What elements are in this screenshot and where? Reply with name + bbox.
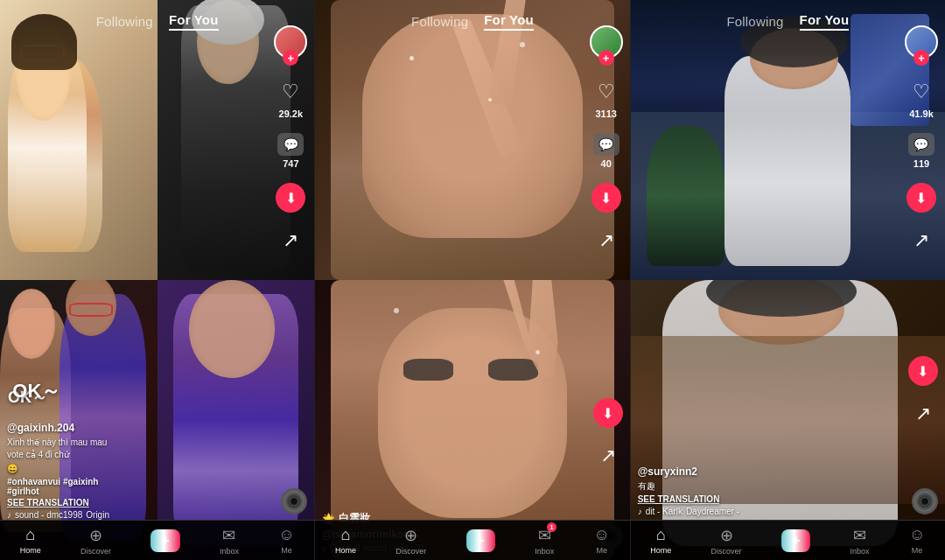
- comment-icon-top-right: 💬: [277, 133, 304, 156]
- ok-text-overlay: OK～: [12, 378, 60, 404]
- download-icon-mid-bot: ⬇: [593, 398, 623, 428]
- add-btn-left[interactable]: +: [150, 529, 179, 552]
- me-icon-mid: ☺: [594, 526, 610, 544]
- video-cell-top-left[interactable]: [0, 0, 158, 280]
- video-cell-mid-top[interactable]: + ♡ 3113 💬 40 ⬇ ↗: [315, 0, 629, 280]
- inbox-wrap-mid: ✉ 1: [538, 526, 551, 545]
- download-btn-right-top[interactable]: ⬇: [906, 183, 936, 213]
- caption-bot-left: Xinh thế này thì mau mau vote cả 4 đi ch…: [7, 437, 114, 461]
- home-icon-left: ⌂: [25, 526, 35, 544]
- sound-info-right-bot: ♪ dit - Karlk Daydreamer -: [638, 507, 901, 516]
- action-buttons-right-top: + ♡ 41.9k 💬 119 ⬇ ↗: [905, 25, 938, 255]
- discover-icon-left: ⊕: [89, 526, 102, 545]
- share-btn-right-top[interactable]: ↗: [907, 227, 935, 255]
- me-icon-right: ☺: [909, 526, 925, 544]
- add-btn-mid[interactable]: +: [466, 529, 495, 552]
- bottom-info-right-bot: @suryxinn2 有趣 SEE TRANSLATION ♪ dit - Ka…: [638, 466, 901, 516]
- share-icon-right-bot: ↗: [909, 400, 937, 428]
- plus-icon-right: +: [792, 533, 800, 549]
- tree-right-1: [647, 126, 725, 266]
- tab-foryou-mid[interactable]: For You: [484, 12, 534, 31]
- nav-inbox-right[interactable]: ✉ Inbox: [850, 526, 870, 556]
- share-btn-top-right[interactable]: ⬇: [276, 183, 305, 213]
- tab-following-left[interactable]: Following: [96, 14, 153, 29]
- me-icon-left: ☺: [278, 526, 294, 544]
- video-cell-bot-right[interactable]: [158, 280, 315, 560]
- share-btn-mid-top[interactable]: ↗: [592, 227, 620, 255]
- download-btn-right-bot[interactable]: ⬇: [908, 356, 938, 386]
- video-cell-right-bot[interactable]: @suryxinn2 有趣 SEE TRANSLATION ♪ dit - Ka…: [631, 280, 945, 560]
- nav-me-mid[interactable]: ☺ Me: [594, 526, 610, 555]
- heart-icon-mid-top: ♡: [592, 78, 620, 106]
- bottom-info-bot-left: @gaixinh.204 Xinh thế này thì mau mau vo…: [7, 422, 114, 520]
- nav-home-left[interactable]: ⌂ Home: [20, 526, 41, 555]
- comment-count-top-right: 747: [283, 158, 298, 169]
- tab-foryou-right[interactable]: For You: [800, 12, 850, 31]
- comment-btn-right-top[interactable]: 💬 119: [908, 133, 934, 169]
- nav-me-label-left: Me: [281, 546, 292, 555]
- eye-right-mid: [488, 359, 538, 382]
- top-nav-right: Following For You: [631, 0, 945, 38]
- download-icon-top-right: ⬇: [276, 183, 305, 213]
- share-btn-right-bot[interactable]: ↗: [909, 400, 937, 428]
- music-disc-inner-right: [920, 497, 929, 506]
- follow-btn-right-top[interactable]: +: [914, 50, 929, 66]
- nav-home-label-mid: Home: [335, 546, 356, 555]
- top-nav-mid: Following For You: [315, 0, 629, 38]
- nav-add-right[interactable]: +: [781, 529, 810, 552]
- video-cell-mid-bot[interactable]: 🌟 白雲妝 @nakamorimikoto ♪ Original sound -…: [315, 280, 629, 560]
- inbox-badge-mid: 1: [547, 522, 556, 532]
- tab-following-mid[interactable]: Following: [411, 14, 468, 29]
- follow-btn-mid-top[interactable]: +: [598, 50, 614, 66]
- nav-discover-left[interactable]: ⊕ Discover: [80, 526, 111, 556]
- sparkle-dot-3: [520, 42, 525, 47]
- like-btn-top-right[interactable]: ♡ 29.2k: [276, 78, 304, 119]
- see-translation-right-bot[interactable]: SEE TRANSLATION: [638, 494, 901, 504]
- comment-btn-mid-top[interactable]: 💬 40: [593, 133, 620, 169]
- caption-right-bot: 有趣: [638, 480, 901, 493]
- nav-home-label-left: Home: [20, 546, 41, 555]
- nav-discover-mid[interactable]: ⊕ Discover: [396, 526, 426, 556]
- nav-home-mid[interactable]: ⌂ Home: [335, 526, 356, 555]
- video-grid-right: + ♡ 41.9k 💬 119 ⬇ ↗: [631, 0, 945, 560]
- nav-discover-right[interactable]: ⊕ Discover: [711, 526, 742, 556]
- heart-icon-right-top: ♡: [907, 78, 935, 106]
- music-disc-right-bot: [912, 488, 938, 514]
- music-disc-bot-right: [281, 488, 307, 514]
- music-disc-inner: [290, 497, 298, 506]
- like-btn-mid-top[interactable]: ♡ 3113: [592, 78, 620, 119]
- nav-add-mid[interactable]: +: [466, 529, 495, 552]
- nav-home-right[interactable]: ⌂ Home: [650, 526, 671, 555]
- download-btn-mid-top[interactable]: ⬇: [592, 183, 621, 213]
- nav-add-left[interactable]: +: [150, 529, 179, 552]
- like-count-mid-top: 3113: [595, 108, 616, 119]
- bottom-nav-right: ⌂ Home ⊕ Discover + ✉ Inbox ☺ Me: [631, 520, 945, 560]
- tab-following-right[interactable]: Following: [726, 14, 783, 29]
- bottom-nav-left: ⌂ Home ⊕ Discover + ✉ Inbox ☺ Me: [0, 520, 314, 560]
- share-icon-mid-top: ↗: [592, 227, 620, 255]
- discover-icon-right: ⊕: [720, 526, 733, 545]
- nav-inbox-mid[interactable]: ✉ 1 Inbox: [535, 526, 554, 556]
- add-btn-right[interactable]: +: [781, 529, 810, 552]
- share-btn-mid-bot[interactable]: ↗: [594, 442, 622, 470]
- sound-info-bot-left: ♪ sound - dmc1998 Origin: [7, 510, 114, 520]
- nav-me-right[interactable]: ☺ Me: [909, 526, 925, 555]
- nav-inbox-label-right: Inbox: [850, 547, 870, 556]
- nav-me-left[interactable]: ☺ Me: [278, 526, 294, 555]
- nav-inbox-left[interactable]: ✉ Inbox: [220, 526, 239, 556]
- music-note-icon-left: ♪: [7, 510, 11, 520]
- video-cell-top-right[interactable]: + ♡ 29.2k 💬 747 ⬇ ↗: [158, 0, 315, 280]
- tab-foryou-left[interactable]: For You: [169, 12, 219, 31]
- like-btn-right-top[interactable]: ♡ 41.9k: [907, 78, 935, 119]
- see-translation-bot-left[interactable]: SEE TRANSLATION: [7, 498, 114, 508]
- forward-btn-top-right[interactable]: ↗: [276, 227, 304, 255]
- video-cell-bot-left[interactable]: OK～ OK～ @gaixinh.204 Xinh thế này thì ma…: [0, 280, 158, 560]
- plus-icon-left: +: [161, 533, 169, 549]
- comment-btn-top-right[interactable]: 💬 747: [277, 133, 304, 169]
- action-buttons-mid-bot: ⬇ ↗: [593, 398, 623, 470]
- person-glasses-1: [20, 45, 64, 61]
- video-cell-right-top[interactable]: + ♡ 41.9k 💬 119 ⬇ ↗: [631, 0, 945, 280]
- nav-home-label-right: Home: [650, 546, 671, 555]
- follow-btn-top-right[interactable]: +: [283, 50, 298, 66]
- download-btn-mid-bot[interactable]: ⬇: [593, 398, 623, 428]
